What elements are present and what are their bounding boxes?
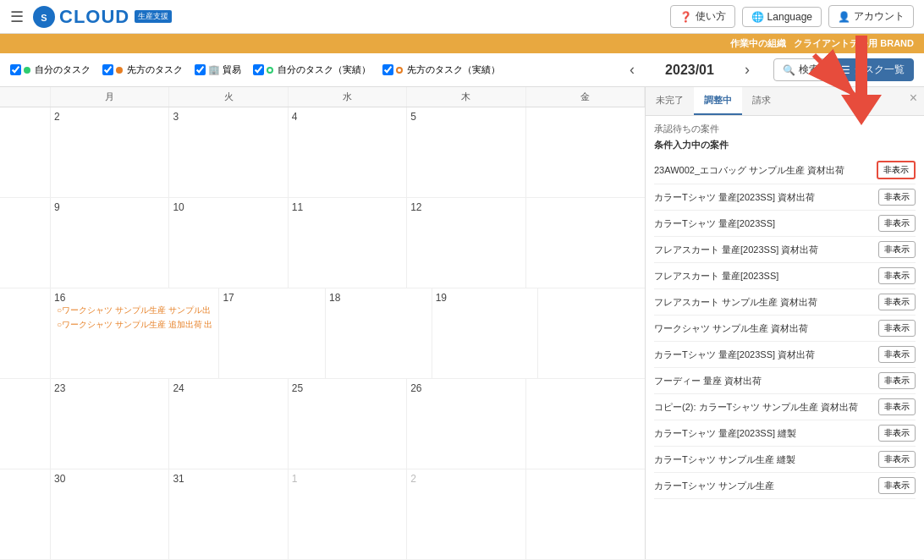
day-12[interactable]: 12 [407, 198, 525, 288]
day-26[interactable]: 26 [407, 379, 525, 469]
user-icon: 👤 [838, 11, 850, 23]
how-to-use-button[interactable]: ❓ 使い方 [670, 5, 735, 28]
prev-month-button[interactable]: ‹ [626, 61, 638, 79]
day-23[interactable]: 23 [51, 379, 169, 469]
logo-area: S CLOUD 生産支援 [32, 5, 172, 29]
day-18[interactable]: 18 [326, 288, 432, 378]
day-31[interactable]: 31 [169, 469, 288, 559]
svg-text:S: S [41, 13, 47, 23]
search-button[interactable]: 🔍 検索 [773, 58, 828, 81]
task-list-button[interactable]: ☰ タスク一覧 [832, 58, 914, 81]
week-row-5: 30 31 1 2 [0, 469, 645, 559]
account-button[interactable]: 👤 アカウント [828, 5, 914, 28]
hide-button-8[interactable]: 非表示 [878, 346, 916, 363]
day-20[interactable] [538, 288, 645, 378]
day-30[interactable]: 30 [51, 469, 169, 559]
week-label-3 [0, 288, 51, 378]
day-24[interactable]: 24 [169, 379, 288, 469]
filter-my-task-jisseki[interactable]: 自分のタスク（実績） [253, 63, 371, 76]
week-header-empty [0, 87, 51, 107]
next-month-button[interactable]: › [741, 61, 753, 79]
panel-item-row: コピー(2): カラーTシャツ サンプル生産 資材出荷 非表示 [654, 394, 916, 420]
day-17[interactable]: 17 [219, 288, 326, 378]
trade-checkbox[interactable] [195, 64, 206, 75]
item-label-5: フレアスカート 量産[2023SS] [654, 270, 878, 283]
logo-badge: 生産支援 [135, 10, 172, 23]
hide-button-2[interactable]: 非表示 [878, 189, 916, 206]
calendar-section: 月 火 水 木 金 2 3 4 5 [0, 87, 645, 559]
my-task-checkbox[interactable] [10, 64, 21, 75]
day-19[interactable]: 19 [432, 288, 539, 378]
hide-button-9[interactable]: 非表示 [878, 372, 916, 389]
hide-button-5[interactable]: 非表示 [878, 267, 916, 284]
prev-task-jisseki-dot [396, 67, 403, 74]
prev-task-checkbox[interactable] [102, 64, 113, 75]
day-13[interactable] [526, 198, 645, 288]
month-label: 2023/01 [652, 63, 728, 78]
question-icon: ❓ [679, 11, 692, 23]
my-task-jisseki-checkbox[interactable] [253, 64, 264, 75]
tab-請求[interactable]: 請求 [742, 87, 781, 115]
week-label-2 [0, 198, 51, 288]
item-label-13: カラーTシャツ サンプル生産 [654, 480, 878, 492]
day-2[interactable]: 2 [51, 107, 169, 197]
prev-task-jisseki-checkbox[interactable] [382, 64, 393, 75]
day-10[interactable]: 10 [169, 198, 288, 288]
day-11[interactable]: 11 [289, 198, 407, 288]
day-4[interactable]: 4 [289, 107, 407, 197]
day-25[interactable]: 25 [289, 379, 407, 469]
task-item: ○ワークシャツ サンプル生産 サンプル出 [54, 304, 215, 317]
item-label-2: カラーTシャツ 量産[2023SS] 資材出荷 [654, 191, 878, 204]
item-label-4: フレアスカート 量産[2023SS] 資材出荷 [654, 244, 878, 256]
globe-icon: 🌐 [751, 11, 764, 23]
hide-button-10[interactable]: 非表示 [878, 398, 916, 415]
trade-icon: 🏢 [208, 64, 220, 75]
item-label-12: カラーTシャツ サンプル生産 縫製 [654, 453, 878, 466]
item-label-1: 23AW002_エコバッグ サンプル生産 資材出荷 [654, 164, 877, 177]
day-9[interactable]: 9 [51, 198, 169, 288]
day-16[interactable]: 16 ○ワークシャツ サンプル生産 サンプル出 ○ワークシャツ サンプル生産 追… [51, 288, 219, 378]
panel-item-row: フーディー 量座 資材出荷 非表示 [654, 368, 916, 394]
panel-close-button[interactable]: × [910, 91, 917, 106]
tab-미완료[interactable]: 未完了 [646, 87, 694, 115]
sub-title: 条件入力中の案件 [654, 139, 916, 151]
org-banner: 作業中の組織 クライアントデモ用 BRAND [0, 34, 924, 53]
item-label-7: ワークシャツ サンプル生産 資材出荷 [654, 322, 878, 335]
week-label-1 [0, 107, 51, 197]
day-3[interactable]: 3 [169, 107, 288, 197]
day-5[interactable]: 5 [407, 107, 525, 197]
day-27[interactable] [526, 379, 645, 469]
item-label-10: コピー(2): カラーTシャツ サンプル生産 資材出荷 [654, 401, 878, 414]
week-label-4 [0, 379, 51, 469]
week-header-thu: 木 [407, 87, 525, 107]
hide-button-11[interactable]: 非表示 [878, 425, 916, 442]
week-label-5 [0, 469, 51, 559]
panel-item-row: カラーTシャツ 量産[2023SS] 資材出荷 非表示 [654, 184, 916, 211]
hide-button-3[interactable]: 非表示 [878, 215, 916, 232]
filter-trade[interactable]: 🏢 貿易 [195, 63, 241, 76]
hide-button-1[interactable]: 非表示 [877, 161, 916, 179]
day-feb-1[interactable]: 1 [289, 469, 407, 559]
hide-button-12[interactable]: 非表示 [878, 451, 916, 468]
top-nav: ☰ S CLOUD 生産支援 ❓ 使い方 🌐 Language 👤 アカウント [0, 0, 924, 34]
item-label-8: カラーTシャツ 量産[2023SS] 資材出荷 [654, 349, 878, 361]
filter-prev-task[interactable]: 先方のタスク [102, 63, 183, 76]
tab-調整中[interactable]: 調整中 [694, 87, 742, 115]
hide-button-6[interactable]: 非表示 [878, 294, 916, 310]
filter-my-task[interactable]: 自分のタスク [10, 63, 91, 76]
hide-button-7[interactable]: 非表示 [878, 320, 916, 337]
calendar-nav: ‹ 2023/01 › [626, 61, 753, 79]
task-item: ○ワークシャツ サンプル生産 追加出荷 出 [54, 318, 215, 332]
week-row-3: 16 ○ワークシャツ サンプル生産 サンプル出 ○ワークシャツ サンプル生産 追… [0, 288, 645, 379]
hamburger-icon[interactable]: ☰ [10, 8, 24, 26]
hide-button-13[interactable]: 非表示 [878, 477, 916, 494]
day-feb-2[interactable]: 2 [407, 469, 525, 559]
item-label-6: フレアスカート サンプル生産 資材出荷 [654, 296, 878, 309]
filter-prev-task-jisseki[interactable]: 先方のタスク（実績） [382, 63, 500, 76]
day-feb-3[interactable] [526, 469, 645, 559]
hide-button-4[interactable]: 非表示 [878, 241, 916, 258]
panel-item-row: 23AW002_エコバッグ サンプル生産 資材出荷 非表示 [654, 156, 916, 184]
day-6[interactable] [526, 107, 645, 197]
slicker-logo-icon: S [32, 5, 56, 29]
language-button[interactable]: 🌐 Language [742, 7, 822, 27]
